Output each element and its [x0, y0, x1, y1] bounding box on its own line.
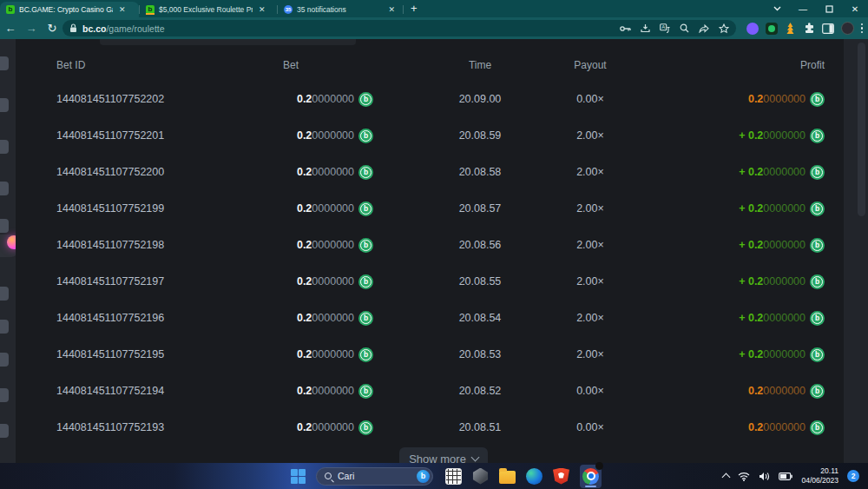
bcd-coin-icon — [810, 202, 825, 216]
bet-amount-cell: 0.20000000 — [208, 117, 373, 154]
tab-notifications[interactable]: 35 35 notifications ✕ — [278, 2, 403, 17]
scrollbar-thumb[interactable] — [858, 43, 865, 216]
bet-history-row[interactable]: 144081451107752196 0.20000000 20.08.54 2… — [35, 300, 844, 336]
sidebar-item-icon[interactable] — [0, 320, 9, 334]
bcd-coin-icon — [358, 384, 373, 399]
side-panel-icon[interactable] — [822, 23, 834, 34]
sidebar-item-icon[interactable] — [0, 353, 9, 367]
bcd-coin-icon — [810, 274, 825, 289]
new-tab-button[interactable]: + — [411, 2, 418, 15]
system-tray: 20.11 04/06/2023 2 — [723, 466, 868, 485]
bet-history-row[interactable]: 144081451107752198 0.20000000 20.08.56 2… — [35, 227, 844, 263]
minimize-button[interactable]: — — [790, 0, 816, 17]
bcd-coin-icon — [358, 92, 373, 107]
profit-cell: + 0.20000000 — [739, 154, 825, 190]
share-icon[interactable] — [699, 23, 709, 33]
tab-separator — [403, 5, 404, 14]
sidebar-item-icon[interactable] — [0, 388, 9, 402]
bet-id-cell: 144081451107752194 — [56, 373, 164, 409]
bet-history-row[interactable]: 144081451107752197 0.20000000 20.08.55 2… — [35, 263, 844, 300]
url-path: /game/roulette — [106, 23, 164, 34]
reload-button[interactable]: ↻ — [42, 22, 62, 35]
orange-extension-icon[interactable] — [785, 23, 797, 35]
sidebar-item-icon[interactable] — [0, 56, 9, 70]
bcd-coin-icon — [358, 347, 373, 362]
scrollbar-track[interactable] — [844, 39, 868, 463]
browser-toolbar: ← → ↻ bc.co/game/roulette A — [0, 17, 868, 39]
sidebar-item-icon[interactable] — [0, 140, 9, 154]
edge-browser-icon[interactable] — [526, 468, 542, 485]
extensions-area — [746, 20, 864, 36]
profit-cell: + 0.20000000 — [739, 227, 825, 263]
chrome-taskbar-button[interactable] — [580, 465, 602, 488]
forward-button[interactable]: → — [21, 22, 42, 35]
bcd-coin-icon — [810, 311, 825, 326]
sidebar-roulette-active-icon[interactable] — [7, 235, 16, 249]
battery-icon[interactable] — [779, 472, 792, 480]
tab-bcgame[interactable]: b BC.GAME: Crypto Casino Games ✕ — [0, 2, 139, 17]
bcd-coin-icon — [358, 311, 373, 326]
extensions-puzzle-icon[interactable] — [804, 23, 815, 34]
tab-title: $5,000 Exclusive Roulette Prestig — [159, 5, 253, 14]
bcd-coin-icon — [358, 238, 373, 253]
payout-cell: 0.00× — [503, 373, 677, 409]
bet-amount-cell: 0.20000000 — [208, 227, 373, 263]
bet-id-cell: 144081451107752201 — [56, 117, 164, 154]
chrome-icon — [582, 468, 599, 485]
payout-cell: 0.00× — [503, 409, 677, 446]
tab-search-chevron-icon[interactable] — [764, 0, 790, 17]
polyhedron-app-icon[interactable] — [472, 468, 489, 485]
maximize-button[interactable] — [816, 0, 842, 17]
bcd-coin-icon — [810, 347, 825, 362]
bet-history-row[interactable]: 144081451107752200 0.20000000 20.08.58 2… — [35, 154, 844, 190]
sidebar-item-icon[interactable] — [0, 219, 9, 233]
address-bar[interactable]: bc.co/game/roulette A — [62, 20, 736, 36]
bet-history-row[interactable]: 144081451107752193 0.20000000 20.08.51 0… — [35, 409, 844, 446]
vpn-extension-icon[interactable] — [746, 23, 759, 35]
bet-id-cell: 144081451107752198 — [56, 227, 164, 263]
taskbar-clock[interactable]: 20.11 04/06/2023 — [801, 466, 838, 485]
bet-history-row[interactable]: 144081451107752202 0.20000000 20.09.00 0… — [35, 81, 844, 117]
sidebar-item-icon[interactable] — [0, 182, 9, 195]
tab-close-icon[interactable]: ✕ — [257, 5, 267, 14]
sidebar-item-icon[interactable] — [0, 287, 9, 301]
sidebar-item-icon[interactable] — [0, 98, 9, 112]
bookmark-star-icon[interactable] — [719, 23, 729, 34]
notification-count-badge[interactable]: 2 — [847, 470, 859, 482]
bcd-coin-icon — [358, 274, 373, 289]
start-button[interactable] — [291, 469, 306, 484]
windows-taskbar: Cari b 20.11 04/06/2023 2 — [0, 463, 868, 489]
bcd-coin-icon — [358, 129, 373, 143]
brave-browser-icon[interactable] — [553, 468, 569, 485]
bet-history-row[interactable]: 144081451107752201 0.20000000 20.08.59 2… — [35, 117, 844, 154]
bet-history-row[interactable]: 144081451107752199 0.20000000 20.08.57 2… — [35, 190, 844, 227]
wifi-icon[interactable] — [738, 472, 750, 481]
sidebar-item-icon[interactable] — [0, 424, 9, 438]
col-header-payout: Payout — [503, 50, 677, 81]
volume-icon[interactable] — [759, 472, 770, 481]
bet-id-cell: 144081451107752196 — [56, 300, 164, 336]
back-button[interactable]: ← — [0, 22, 21, 35]
bet-history-row[interactable]: 144081451107752195 0.20000000 20.08.53 2… — [35, 336, 844, 373]
grid-app-icon[interactable] — [445, 468, 462, 485]
taskbar-search-box[interactable]: Cari b — [316, 467, 433, 486]
tab-title: BC.GAME: Crypto Casino Games — [19, 5, 113, 14]
tab-roulette-promo[interactable]: b $5,000 Exclusive Roulette Prestig ✕ — [140, 2, 277, 17]
translate-icon[interactable]: A — [660, 23, 670, 33]
tab-close-icon[interactable]: ✕ — [386, 5, 397, 14]
file-explorer-icon[interactable] — [499, 471, 516, 484]
screen: b BC.GAME: Crypto Casino Games ✕ b $5,00… — [0, 0, 868, 489]
bet-history-row[interactable]: 144081451107752194 0.20000000 20.08.52 0… — [35, 373, 844, 409]
profile-avatar[interactable] — [841, 22, 854, 35]
hidden-icons-chevron-icon[interactable] — [722, 473, 731, 482]
bet-amount-cell: 0.20000000 — [208, 300, 373, 336]
url-host: bc.co — [82, 23, 106, 34]
close-window-button[interactable]: ✕ — [842, 0, 868, 17]
password-key-icon[interactable] — [620, 25, 631, 32]
green-extension-icon[interactable] — [766, 23, 778, 35]
tab-close-icon[interactable]: ✕ — [117, 5, 128, 14]
install-app-icon[interactable] — [641, 23, 650, 33]
window-controls: — ✕ — [764, 0, 868, 17]
browser-menu-icon[interactable] — [861, 23, 864, 34]
zoom-icon[interactable] — [680, 23, 689, 33]
